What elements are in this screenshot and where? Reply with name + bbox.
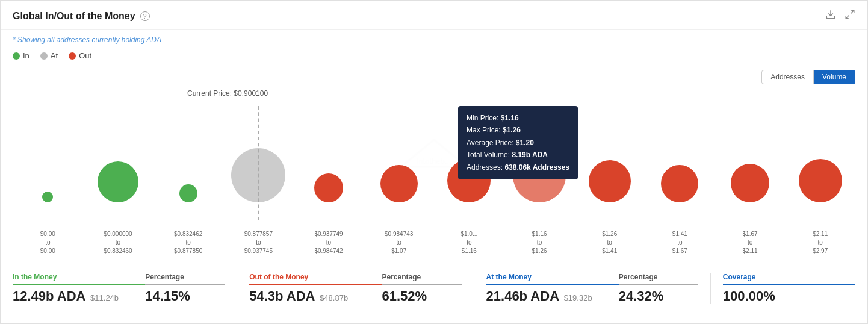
addresses-toggle[interactable]: Addresses [761, 70, 814, 84]
bubble-3 [231, 148, 285, 202]
in-dot [13, 52, 20, 60]
at-money-value-row: 21.46b ADA $19.32b [486, 288, 619, 304]
stat-in-the-money: In the Money 12.49b ADA $11.24b [13, 273, 145, 304]
at-money-sub: $19.32b [564, 293, 592, 302]
at-money-value: 21.46b ADA [486, 288, 559, 304]
legend-in: In [13, 51, 29, 60]
at-pct-value: 24.32% [619, 288, 698, 304]
bubble-col-11 [785, 159, 855, 202]
xaxis-col-9: $1.41to$1.67 [645, 230, 715, 255]
in-money-sub: $11.24b [90, 293, 119, 302]
xaxis: $0.00to$0.00$0.000000to$0.832460$0.83246… [1, 226, 867, 264]
bubble-0 [42, 192, 53, 202]
divider-3 [710, 273, 711, 304]
stat-in-pct-block: Percentage 14.15% [145, 273, 225, 304]
toggle-area: Addresses Volume [1, 66, 867, 88]
xaxis-col-7: $1.16to$1.26 [504, 230, 575, 255]
at-dot [40, 52, 48, 60]
help-icon[interactable]: ? [140, 11, 150, 21]
coverage-label: Coverage [723, 273, 855, 285]
xaxis-col-2: $0.832462to$0.877850 [153, 230, 223, 255]
bubble-col-2 [153, 184, 223, 202]
chart-area: Current Price: $0.900100 intotheb... Min… [1, 88, 867, 226]
tooltip-addresses-value: 638.06k Addresses [504, 163, 569, 172]
bubble-10 [731, 164, 769, 202]
bubble-col-3 [223, 148, 294, 202]
in-money-label: In the Money [13, 273, 145, 285]
divider-1 [237, 273, 237, 304]
tooltip-min-value: $1.16 [501, 114, 519, 122]
tooltip-volume: Total Volume: 8.19b ADA [467, 149, 569, 161]
coverage-value: 100.00% [723, 288, 855, 304]
page-title: Global In/Out of the Money [13, 11, 135, 22]
tooltip-avg: Average Price: $1.20 [467, 137, 569, 149]
bubble-col-0 [13, 192, 83, 202]
volume-toggle[interactable]: Volume [814, 70, 855, 84]
legend: In At Out [1, 48, 867, 66]
bubbles-row [13, 112, 855, 202]
stat-at-money: At the Money 21.46b ADA $19.32b [486, 273, 619, 304]
at-money-label: At the Money [486, 273, 619, 285]
download-icon[interactable] [825, 9, 836, 23]
subtitle: * Showing all addresses currently holdin… [1, 30, 867, 48]
bubble-11 [799, 159, 842, 202]
in-pct-label: Percentage [145, 273, 225, 285]
out-money-value: 54.3b ADA [249, 288, 315, 304]
xaxis-col-3: $0.877857to$0.937745 [223, 230, 294, 255]
bubble-5 [380, 165, 418, 202]
bubble-col-9 [645, 165, 715, 202]
in-money-value: 12.49b ADA [13, 288, 85, 304]
bubble-col-10 [715, 164, 786, 202]
stat-coverage: Coverage 100.00% [723, 273, 855, 304]
legend-at-label: At [51, 51, 58, 60]
out-pct-label: Percentage [382, 273, 461, 285]
bubble-col-4 [294, 173, 364, 202]
xaxis-col-6: $1.0...to$1.16 [434, 230, 504, 255]
bubble-8 [589, 160, 631, 202]
xaxis-col-10: $1.67to$2.11 [715, 230, 786, 255]
current-price-label: Current Price: $0.900100 [187, 89, 268, 98]
bubble-4 [314, 173, 343, 202]
stat-out-of-money: Out of the Money 54.3b ADA $48.87b [249, 273, 382, 304]
svg-line-2 [846, 16, 849, 19]
tooltip-min: Min Price: $1.16 [467, 112, 569, 124]
legend-in-label: In [23, 51, 29, 60]
bubble-1 [98, 161, 138, 202]
out-money-label: Out of the Money [249, 273, 382, 285]
stat-at-pct-block: Percentage 24.32% [619, 273, 698, 304]
xaxis-col-5: $0.984743to$1.07 [364, 230, 434, 255]
stat-out-pct-block: Percentage 61.52% [382, 273, 461, 304]
bubble-2 [179, 184, 197, 202]
in-pct-value: 14.15% [145, 288, 225, 304]
legend-out: Out [69, 51, 91, 60]
svg-line-1 [851, 10, 854, 13]
divider-2 [474, 273, 474, 304]
bubble-col-5 [364, 165, 434, 202]
legend-at: At [40, 51, 58, 60]
stats-row: In the Money 12.49b ADA $11.24b Percenta… [1, 264, 867, 314]
bubble-col-8 [574, 160, 645, 202]
tooltip: Min Price: $1.16 Max Price: $1.26 Averag… [458, 106, 578, 179]
at-pct-label: Percentage [619, 273, 698, 285]
tooltip-max-value: $1.26 [503, 126, 521, 134]
out-money-sub: $48.87b [320, 293, 348, 302]
out-pct-value: 61.52% [382, 288, 461, 304]
tooltip-volume-value: 8.19b ADA [512, 151, 548, 159]
out-money-value-row: 54.3b ADA $48.87b [249, 288, 382, 304]
xaxis-col-1: $0.000000to$0.832460 [83, 230, 153, 255]
expand-icon[interactable] [845, 9, 855, 23]
bubble-9 [661, 165, 698, 202]
tooltip-avg-value: $1.20 [516, 139, 534, 147]
out-dot [69, 52, 76, 60]
tooltip-max: Max Price: $1.26 [467, 124, 569, 136]
xaxis-col-4: $0.937749to$0.984742 [294, 230, 364, 255]
in-money-value-row: 12.49b ADA $11.24b [13, 288, 145, 304]
tooltip-addresses: Addresses: 638.06k Addresses [467, 161, 569, 173]
legend-out-label: Out [79, 51, 91, 60]
xaxis-col-0: $0.00to$0.00 [13, 230, 83, 255]
bubble-col-1 [83, 161, 153, 202]
xaxis-col-11: $2.11to$2.97 [785, 230, 855, 255]
xaxis-col-8: $1.26to$1.41 [574, 230, 645, 255]
